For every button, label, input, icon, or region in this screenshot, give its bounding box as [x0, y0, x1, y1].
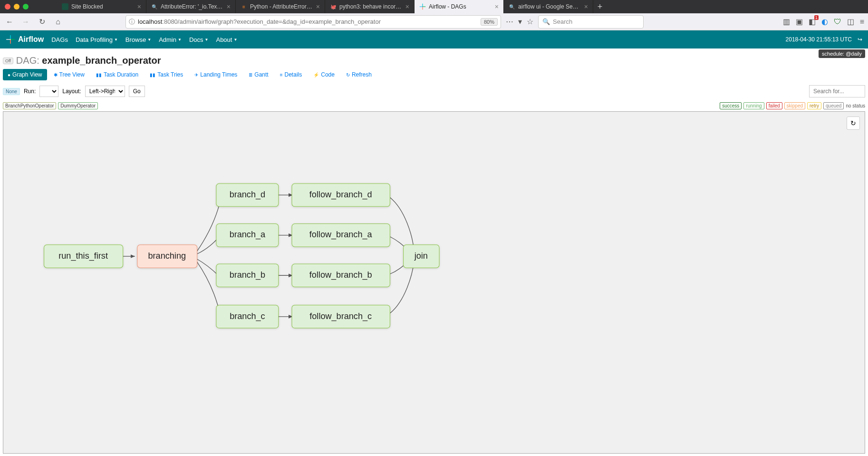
svg-text:branching: branching: [148, 251, 186, 261]
nav-about[interactable]: About▼: [216, 36, 237, 43]
node-run-this-first[interactable]: run_this_first: [44, 245, 123, 268]
nav-data-profiling[interactable]: Data Profiling▼: [76, 36, 118, 43]
url-path: :8080/admin/airflow/graph?execution_date…: [162, 18, 381, 25]
layout-label: Layout:: [62, 88, 81, 95]
view-tabs: ●Graph View ✱Tree View ▮▮Task Duration ▮…: [3, 69, 865, 80]
layout-select[interactable]: Left->Right: [85, 86, 125, 97]
browser-tab[interactable]: 🔍airflow ui - Google Search×: [504, 0, 593, 13]
status-retry: retry: [807, 102, 821, 109]
tab-code[interactable]: ⚡Code: [309, 69, 339, 80]
star-icon[interactable]: ☆: [527, 17, 533, 26]
shield-icon[interactable]: 🛡: [834, 18, 841, 26]
land-icon: ✈: [194, 72, 198, 78]
tab-task-tries[interactable]: ▮▮Task Tries: [145, 69, 188, 80]
pocket-icon[interactable]: ▾: [518, 17, 522, 26]
tab-landing-times[interactable]: ✈Landing Times: [190, 69, 242, 80]
close-icon[interactable]: ×: [495, 3, 499, 10]
svg-text:branch_d: branch_d: [230, 190, 266, 200]
nav-dags[interactable]: DAGs: [51, 36, 68, 43]
node-branch-b[interactable]: branch_b: [216, 264, 279, 287]
home-button[interactable]: ⌂: [52, 16, 64, 28]
airflow-logo[interactable]: Airflow: [6, 35, 44, 44]
new-tab-button[interactable]: +: [593, 0, 607, 13]
tab-task-duration[interactable]: ▮▮Task Duration: [91, 69, 143, 80]
node-branching[interactable]: branching: [137, 245, 197, 268]
logout-icon[interactable]: ↪: [858, 36, 862, 43]
status-queued: queued: [823, 102, 844, 109]
browser-tab[interactable]: 🔍AttributeError: '_io.TextIOWrapp×: [146, 0, 236, 13]
graph-search: [809, 85, 865, 97]
browser-chrome: Site Blocked× 🔍AttributeError: '_io.Text…: [0, 0, 868, 30]
browser-tab[interactable]: ≡Python - AttributeError: '_io.Te×: [236, 0, 325, 13]
svg-text:follow_branch_a: follow_branch_a: [309, 230, 373, 240]
none-badge: None: [3, 88, 20, 95]
tab-title: airflow ui - Google Search: [518, 3, 581, 10]
node-join[interactable]: join: [404, 245, 439, 268]
close-icon[interactable]: ×: [137, 3, 141, 10]
nav-browse[interactable]: Browse▼: [125, 36, 151, 43]
status-success: success: [720, 102, 742, 109]
window-maximize[interactable]: [23, 4, 29, 10]
close-icon[interactable]: ×: [405, 3, 409, 10]
node-branch-d[interactable]: branch_d: [216, 184, 279, 206]
node-follow-branch-d[interactable]: follow_branch_d: [292, 184, 390, 206]
node-follow-branch-c[interactable]: follow_branch_c: [292, 305, 390, 328]
graph-search-input[interactable]: [809, 85, 865, 97]
off-toggle[interactable]: Off: [3, 58, 13, 64]
ext-icon[interactable]: ◧1: [809, 17, 816, 26]
schedule-badge: schedule: @daily: [819, 49, 865, 58]
close-icon[interactable]: ×: [227, 3, 231, 10]
nav-admin[interactable]: Admin▼: [159, 36, 182, 43]
url-actions: ⋯ ▾ ☆: [506, 17, 533, 26]
gantt-icon: ≣: [249, 72, 252, 78]
square-icon[interactable]: ◫: [847, 17, 854, 26]
back-button[interactable]: ←: [4, 16, 15, 28]
close-icon[interactable]: ×: [584, 3, 588, 10]
op-badge-branch: BranchPythonOperator: [3, 102, 56, 109]
svg-text:join: join: [414, 251, 428, 261]
go-button[interactable]: Go: [129, 86, 145, 97]
tab-title: Airflow - DAGs: [429, 3, 492, 10]
url-bar[interactable]: ⓘ localhost:8080/admin/airflow/graph?exe…: [125, 15, 501, 29]
dag-title: DAG: example_branch_operator: [16, 55, 161, 66]
nav-docs[interactable]: Docs▼: [189, 36, 209, 43]
browser-tab[interactable]: Site Blocked×: [57, 0, 146, 13]
window-controls: [5, 4, 29, 10]
tab-details[interactable]: ≡Details: [275, 69, 307, 80]
refresh-icon: ↻: [346, 72, 350, 78]
search-box[interactable]: 🔍 Search: [538, 15, 644, 29]
op-badge-dummy: DummyOperator: [58, 102, 98, 109]
window-close[interactable]: [5, 4, 10, 10]
library-icon[interactable]: ▥: [783, 17, 790, 26]
window-minimize[interactable]: [14, 4, 19, 10]
tab-graph-view[interactable]: ●Graph View: [3, 69, 47, 80]
browser-tab[interactable]: 🐙python3: behave incorrectly m×: [325, 0, 415, 13]
more-icon[interactable]: ⋯: [506, 17, 513, 26]
reload-button[interactable]: ↻: [36, 16, 48, 28]
google-icon: 🔍: [151, 3, 158, 10]
node-branch-c[interactable]: branch_c: [216, 305, 279, 328]
svg-text:run_this_first: run_this_first: [58, 251, 108, 261]
run-select[interactable]: [39, 86, 58, 97]
sidebar-icon[interactable]: ▣: [796, 17, 803, 26]
menu-icon[interactable]: ≡: [860, 18, 864, 26]
forward-button[interactable]: →: [20, 16, 31, 28]
node-follow-branch-a[interactable]: follow_branch_a: [292, 224, 390, 247]
tab-title: Site Blocked: [71, 3, 135, 10]
browser-tab-active[interactable]: Airflow - DAGs×: [415, 0, 504, 13]
tab-gantt[interactable]: ≣Gantt: [244, 69, 273, 80]
spinner-icon[interactable]: ◐: [821, 17, 828, 26]
close-icon[interactable]: ×: [316, 3, 320, 10]
node-follow-branch-b[interactable]: follow_branch_b: [292, 264, 390, 287]
svg-text:follow_branch_b: follow_branch_b: [309, 270, 372, 280]
chevron-down-icon: ▼: [147, 38, 151, 42]
tab-refresh[interactable]: ↻Refresh: [341, 69, 376, 80]
node-branch-a[interactable]: branch_a: [216, 224, 279, 247]
chevron-down-icon: ▼: [114, 38, 118, 42]
search-icon: 🔍: [542, 18, 550, 25]
svg-text:follow_branch_c: follow_branch_c: [309, 311, 372, 321]
zoom-label[interactable]: 80%: [481, 18, 498, 26]
airflow-nav: Airflow DAGs Data Profiling▼ Browse▼ Adm…: [0, 30, 868, 49]
tab-tree-view[interactable]: ✱Tree View: [49, 69, 89, 80]
svg-text:follow_branch_d: follow_branch_d: [309, 190, 372, 200]
